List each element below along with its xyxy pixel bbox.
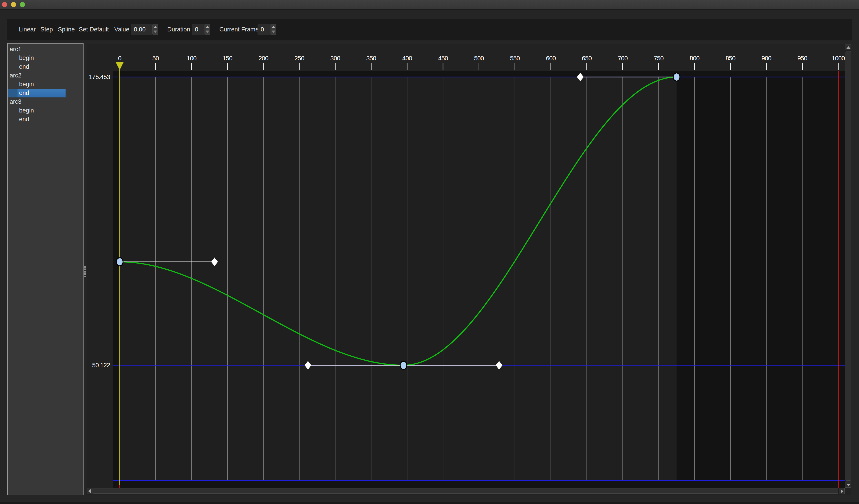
tree-item-arc3[interactable]: arc3 [7,97,83,106]
h-scrollbar-thumb[interactable] [93,489,838,494]
spin-up-icon[interactable] [154,26,157,28]
linear-button[interactable]: Linear [19,19,36,41]
tree-item-end-selected[interactable]: end [7,89,65,97]
scroll-down-button[interactable] [845,482,852,488]
tree-item-arc2[interactable]: arc2 [7,71,83,80]
tree-item-label: begin [19,80,34,89]
value-label: Value [114,19,129,41]
tree-item-label: begin [19,106,34,115]
spin-down-icon[interactable] [272,31,275,33]
tree-item-label: begin [19,54,34,62]
value-spinner[interactable] [152,24,158,35]
keyframe-point[interactable] [116,258,123,266]
arrow-right-icon [841,489,843,493]
tree-item-begin[interactable]: begin [7,54,83,62]
close-button[interactable] [2,2,7,7]
current-frame-input[interactable]: 0 [257,24,271,35]
curve-canvas[interactable] [87,44,845,488]
tree-item-arc1[interactable]: arc1 [7,45,83,54]
tree-item-end[interactable]: end [7,115,83,124]
tree-item-label: arc3 [10,97,21,106]
current-frame-label: Current Frame [220,19,259,41]
spin-up-icon[interactable] [206,26,209,28]
tree-item-label: end [19,115,29,124]
spin-down-icon[interactable] [154,31,157,33]
scroll-right-button[interactable] [839,488,845,494]
scroll-up-button[interactable] [845,44,852,50]
duration-input[interactable]: 0 [192,24,205,35]
keyframe-point[interactable] [673,73,680,81]
curve-editor-window: Linear Step Spline Set Default Value 0,0… [0,0,859,504]
step-button[interactable]: Step [41,19,53,41]
spin-up-icon[interactable] [272,26,275,28]
tree-item-label: arc2 [10,71,21,80]
tree-item-label: end [19,89,29,97]
tree-item-end[interactable]: end [7,62,83,71]
active-range-background [120,77,677,480]
minimize-button[interactable] [11,2,16,7]
value-input[interactable]: 0,00 [131,24,152,35]
tree-item-begin[interactable]: begin [7,80,83,89]
arrow-down-icon [846,484,850,486]
tree-item-label: end [19,62,29,71]
spin-down-icon[interactable] [206,31,209,33]
scroll-left-button[interactable] [87,488,92,494]
arrow-left-icon [88,489,91,493]
timeline-tree: arc1beginendarc2beginendarc3beginend [7,43,84,495]
tree-item-label: arc1 [10,45,21,54]
title-bar [0,0,859,10]
keyframe-point[interactable] [400,361,407,369]
v-scrollbar-thumb[interactable] [845,51,851,480]
toolbar: Linear Step Spline Set Default Value 0,0… [7,19,852,41]
playhead-marker[interactable] [116,62,124,70]
zoom-button[interactable] [20,2,25,7]
duration-label: Duration [167,19,190,41]
arrow-up-icon [846,46,850,49]
current-frame-spinner[interactable] [271,24,276,35]
spline-button[interactable]: Spline [58,19,75,41]
tree-item-begin[interactable]: begin [7,106,83,115]
window-bottom-edge [0,502,859,504]
duration-spinner[interactable] [205,24,210,35]
set-default-button[interactable]: Set Default [79,19,109,41]
